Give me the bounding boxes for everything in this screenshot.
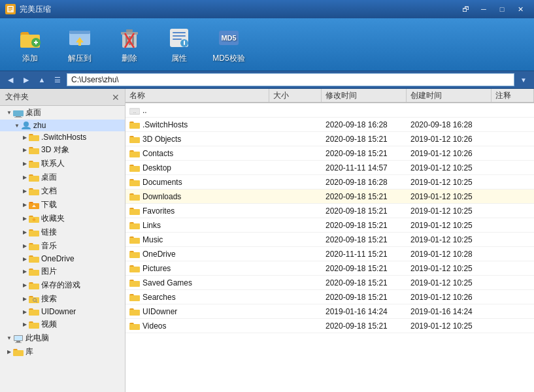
table-row[interactable]: .. ..	[125, 103, 534, 118]
extract-button[interactable]: 解压到	[58, 22, 102, 67]
svg-rect-60	[129, 180, 140, 186]
col-header-created[interactable]: 创建时间	[407, 89, 492, 102]
file-modified-cell: 2020-11-11 14:57	[322, 163, 407, 172]
table-row[interactable]: Favorites 2020-09-18 15:21 2019-01-12 10…	[125, 204, 534, 218]
sidebar: 文件夹 ✕ ▼ 桌面 ▼ zhu	[0, 89, 125, 392]
minimize-button[interactable]: ─	[475, 3, 492, 15]
expand-arrow-onedrive: ▶	[21, 255, 29, 263]
folder-downloads-icon	[29, 201, 39, 210]
table-row[interactable]: Searches 2020-09-18 15:21 2019-01-12 10:…	[125, 290, 534, 304]
add-button[interactable]: 添加	[8, 22, 52, 67]
address-input[interactable]	[67, 73, 514, 86]
sidebar-item-searches[interactable]: ▶ 搜索	[0, 292, 125, 306]
svg-rect-40	[29, 244, 39, 250]
delete-button[interactable]: 删除	[107, 22, 152, 67]
md5-label: MD5校验	[212, 53, 244, 64]
svg-rect-47	[29, 310, 39, 316]
col-header-size[interactable]: 大小	[269, 89, 322, 102]
svg-rect-28	[14, 117, 22, 118]
table-row[interactable]: Documents 2020-09-18 16:28 2019-01-12 10…	[125, 175, 534, 189]
file-name-cell: Saved Games	[125, 278, 269, 287]
file-created-cell: 2019-01-12 10:26	[407, 293, 492, 302]
maximize-button[interactable]: □	[493, 3, 510, 15]
sidebar-item-downloads[interactable]: ▶ 下载	[0, 198, 125, 212]
col-header-name[interactable]: 名称	[125, 89, 269, 102]
sidebar-item-switchhosts[interactable]: ▶ .SwitchHosts	[0, 131, 125, 143]
list-view-button[interactable]: ☰	[51, 73, 64, 86]
properties-button[interactable]: 属性	[157, 22, 201, 67]
forward-button[interactable]: ▶	[20, 73, 33, 86]
svg-rect-42	[29, 270, 39, 276]
table-row[interactable]: .SwitchHosts 2020-09-18 16:28 2020-09-18…	[125, 118, 534, 132]
file-modified-cell: 2020-09-18 15:21	[322, 278, 407, 287]
sidebar-item-library[interactable]: ▶ 库	[0, 345, 125, 359]
delete-label: 删除	[122, 53, 137, 64]
sidebar-item-videos[interactable]: ▶ 视频	[0, 318, 125, 331]
sidebar-item-uidowner[interactable]: ▶ UIDowner	[0, 306, 125, 318]
expand-arrow-desktop2: ▶	[21, 174, 29, 182]
expand-arrow-zhu: ▼	[13, 122, 21, 129]
expand-arrow-links: ▶	[21, 229, 29, 237]
folder-3dobjects-icon	[29, 146, 39, 155]
sidebar-item-desktop[interactable]: ▼ 桌面	[0, 106, 125, 120]
expand-arrow-videos: ▶	[21, 321, 29, 329]
table-row[interactable]: Contacts 2020-09-18 15:21 2019-01-12 10:…	[125, 146, 534, 161]
file-name-cell: Links	[125, 221, 269, 230]
svg-rect-33	[29, 176, 39, 182]
expand-arrow-3dobjects: ▶	[21, 146, 29, 154]
file-created-cell: 2019-01-12 10:25	[407, 206, 492, 216]
file-icon	[129, 250, 140, 259]
folder-savedgames-icon	[29, 281, 39, 290]
col-header-comment[interactable]: 注释	[492, 89, 534, 102]
file-icon	[129, 135, 140, 144]
sidebar-item-zhu[interactable]: ▼ zhu	[0, 120, 125, 131]
file-modified-cell: 2020-09-18 15:21	[322, 321, 407, 331]
sidebar-item-onedrive[interactable]: ▶ OneDrive	[0, 253, 125, 265]
sidebar-item-savedgames[interactable]: ▶ 保存的游戏	[0, 278, 125, 292]
file-modified-cell: 2020-09-18 15:21	[322, 221, 407, 230]
sidebar-item-music[interactable]: ▶ 音乐	[0, 239, 125, 253]
table-row[interactable]: Pictures 2020-09-18 15:21 2019-01-12 10:…	[125, 261, 534, 276]
table-row[interactable]: Music 2020-09-18 15:21 2019-01-12 10:25	[125, 233, 534, 247]
sidebar-label-pictures: 图片	[41, 266, 57, 277]
col-header-modified[interactable]: 修改时间	[322, 89, 407, 102]
table-row[interactable]: Videos 2020-09-18 15:21 2019-01-12 10:25	[125, 319, 534, 333]
sidebar-label-savedgames: 保存的游戏	[41, 280, 80, 291]
table-row[interactable]: Links 2020-09-18 15:21 2019-01-12 10:25	[125, 218, 534, 233]
sidebar-item-links[interactable]: ▶ 链接	[0, 225, 125, 239]
svg-rect-48	[29, 323, 39, 329]
back-button[interactable]: ◀	[4, 73, 17, 86]
file-modified-cell: 2020-09-18 15:21	[322, 293, 407, 302]
table-row[interactable]: 3D Objects 2020-09-18 15:21 2019-01-12 1…	[125, 132, 534, 146]
table-row[interactable]: Saved Games 2020-09-18 15:21 2019-01-12 …	[125, 276, 534, 290]
table-row[interactable]: OneDrive 2020-11-11 15:21 2019-01-12 10:…	[125, 247, 534, 261]
sidebar-item-pictures[interactable]: ▶ 图片	[0, 265, 125, 278]
extract-icon	[67, 25, 92, 50]
md5-button[interactable]: MD5 MD5校验	[207, 22, 251, 67]
sidebar-item-3dobjects[interactable]: ▶ 3D 对象	[0, 143, 125, 157]
file-created-cell: 2019-01-12 10:25	[407, 235, 492, 244]
file-list: 名称 大小 修改时间 创建时间 注释 .. ..	[125, 89, 534, 392]
file-icon	[129, 307, 140, 316]
app-title: 完美压缩	[20, 4, 457, 15]
expand-arrow-contacts: ▶	[21, 160, 29, 168]
sidebar-item-documents[interactable]: ▶ 文档	[0, 184, 125, 198]
folder-pictures-icon	[29, 267, 39, 276]
sidebar-item-thispc[interactable]: ▼ 此电脑	[0, 331, 125, 345]
sidebar-item-desktop2[interactable]: ▶ 桌面	[0, 171, 125, 184]
sidebar-item-contacts[interactable]: ▶ 联系人	[0, 157, 125, 171]
restore-button[interactable]: 🗗	[457, 3, 474, 15]
up-button[interactable]: ▲	[35, 73, 48, 86]
sidebar-close-button[interactable]: ✕	[112, 92, 120, 103]
table-row[interactable]: UIDowner 2019-01-16 14:24 2019-01-16 14:…	[125, 304, 534, 319]
file-name-cell: UIDowner	[125, 307, 269, 316]
sidebar-label-switchhosts: .SwitchHosts	[41, 133, 86, 142]
address-dropdown[interactable]: ▼	[517, 73, 530, 86]
folder-contacts-icon	[29, 159, 39, 169]
table-row[interactable]: Desktop 2020-11-11 14:57 2019-01-12 10:2…	[125, 161, 534, 175]
file-modified-cell: 2020-09-18 15:21	[322, 135, 407, 144]
table-row[interactable]: Downloads 2020-09-18 15:21 2019-01-12 10…	[125, 189, 534, 204]
window-controls: 🗗 ─ □ ✕	[457, 3, 529, 15]
close-button[interactable]: ✕	[512, 3, 529, 15]
sidebar-item-favorites[interactable]: ▶ 收藏夹	[0, 212, 125, 225]
